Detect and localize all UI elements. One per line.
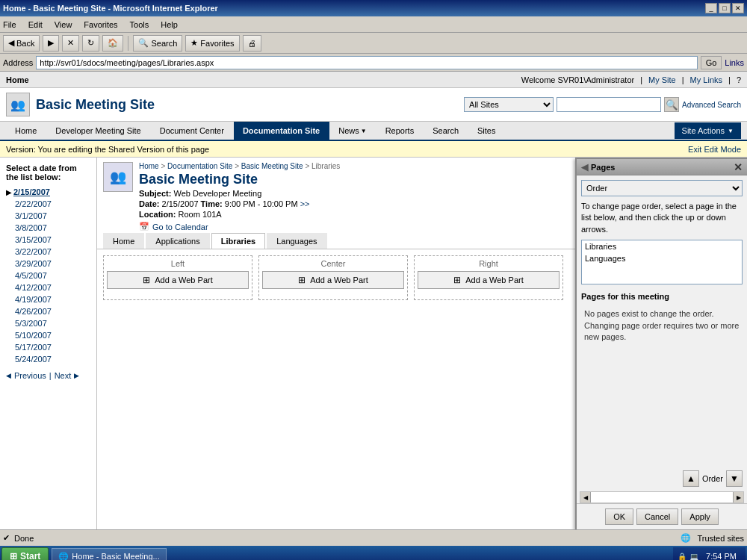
nav-item-developer[interactable]: Developer Meeting Site [46, 122, 150, 140]
add-webpart-center-button[interactable]: ⊞ Add a Web Part [262, 271, 404, 289]
webpart-zone-center: Center ⊞ Add a Web Part [258, 255, 408, 300]
ok-button[interactable]: OK [605, 508, 633, 525]
edit-mode-bar: Version: You are editing the Shared Vers… [0, 141, 747, 158]
home-button[interactable]: 🏠 [102, 35, 123, 52]
date-item-5[interactable]: 3/22/2007 [6, 246, 90, 258]
date-item-12[interactable]: 5/10/2007 [6, 329, 90, 341]
tools-menu[interactable]: Tools [130, 20, 149, 29]
minimize-button[interactable]: _ [705, 3, 717, 13]
pages-panel-title: Pages [591, 163, 615, 172]
date-item-13[interactable]: 5/17/2007 [6, 341, 90, 353]
date-item-1[interactable]: 2/22/2007 [6, 198, 90, 210]
search-scope-dropdown[interactable]: All Sites [464, 97, 554, 112]
nav-item-news[interactable]: News ▼ [329, 122, 376, 140]
titlebar-buttons[interactable]: _ □ ✕ [705, 3, 744, 13]
subject-value: Web Developer Meeting [173, 189, 261, 198]
back-button[interactable]: ◀ Back [3, 35, 40, 52]
nav-item-reports[interactable]: Reports [376, 122, 424, 140]
stop-button[interactable]: ✕ [62, 35, 79, 52]
pages-list-item-languages[interactable]: Languages [582, 252, 742, 264]
print-button[interactable]: 🖨 [243, 35, 261, 52]
date-item-10[interactable]: 4/26/2007 [6, 305, 90, 317]
tab-libraries[interactable]: Libraries [211, 233, 265, 249]
taskbar: ⊞ Start 🌐 Home - Basic Meeting... 🔒 💻 7:… [0, 546, 747, 560]
browser-toolbar: ◀ Back ▶ ✕ ↻ 🏠 🔍 Search ★ Favorites 🖨 [0, 33, 747, 54]
panel-resize-icon[interactable]: ◀ [581, 162, 588, 172]
help-icon[interactable]: ? [737, 75, 741, 84]
toolbar-separator [128, 36, 128, 51]
active-date-item[interactable]: ▶ 2/15/2007 [6, 186, 90, 198]
date-item-6[interactable]: 3/29/2007 [6, 258, 90, 270]
edit-menu[interactable]: Edit [28, 20, 43, 29]
refresh-button[interactable]: ↻ [82, 35, 99, 52]
sp-header: 👥 Basic Meeting Site All Sites 🔍 Advance… [0, 88, 747, 122]
add-webpart-right-button[interactable]: ⊞ Add a Web Part [418, 271, 560, 289]
nav-item-sites[interactable]: Sites [468, 122, 505, 140]
date-item-4[interactable]: 3/15/2007 [6, 234, 90, 246]
taskbar-item-ie[interactable]: 🌐 Home - Basic Meeting... [52, 548, 166, 560]
tab-applications[interactable]: Applications [146, 233, 209, 249]
advanced-search-link[interactable]: Advanced Search [682, 101, 741, 109]
nav-item-documentation-site[interactable]: Documentation Site [234, 122, 329, 140]
clock: 7:54 PM [701, 552, 741, 560]
next-button[interactable]: Next [55, 371, 72, 380]
view-menu[interactable]: View [55, 20, 72, 29]
search-toolbar-button[interactable]: 🔍 Search [133, 35, 182, 52]
tray-icon2: 💻 [689, 553, 698, 561]
close-button[interactable]: ✕ [732, 3, 744, 13]
add-webpart-left-button[interactable]: ⊞ Add a Web Part [107, 271, 249, 289]
active-date-text[interactable]: 2/15/2007 [13, 187, 50, 196]
breadcrumb-documentation-site[interactable]: Documentation Site [167, 162, 232, 170]
nav-item-home[interactable]: Home [6, 122, 46, 140]
my-site-link[interactable]: My Site [648, 75, 676, 84]
start-button[interactable]: ⊞ Start [1, 547, 49, 560]
go-button[interactable]: Go [701, 56, 722, 69]
order-down-button[interactable]: ▼ [726, 470, 743, 487]
active-date-arrow-icon: ▶ [6, 188, 12, 196]
help-menu[interactable]: Help [161, 20, 178, 29]
trusted-sites-label: Trusted sites [697, 534, 744, 543]
cancel-button[interactable]: Cancel [636, 508, 678, 525]
pages-panel-close-button[interactable]: ✕ [734, 161, 743, 173]
date-item-8[interactable]: 4/12/2007 [6, 281, 90, 293]
file-menu[interactable]: File [3, 20, 16, 29]
links-button[interactable]: Links [725, 58, 744, 67]
favorites-menu[interactable]: Favorites [84, 20, 117, 29]
pages-list-box[interactable]: Libraries Languages [581, 240, 743, 284]
favorites-toolbar-button[interactable]: ★ Favorites [185, 35, 239, 52]
breadcrumb-icon: 👥 [103, 162, 133, 192]
left-arrow-icon: ◀ [6, 372, 11, 379]
site-actions-button[interactable]: Site Actions ▼ [675, 122, 741, 139]
scrollbar-right-btn[interactable]: ▶ [733, 492, 743, 503]
scrollbar-left-btn[interactable]: ◀ [580, 492, 591, 503]
tab-languages[interactable]: Languages [267, 233, 326, 249]
sp-topbar: Home Welcome SVR01\Administrator | My Si… [0, 72, 747, 88]
news-dropdown[interactable]: News ▼ [338, 126, 366, 135]
date-list: ▶ 2/15/2007 2/22/2007 3/1/2007 3/8/2007 … [6, 186, 90, 365]
date-item-14[interactable]: 5/24/2007 [6, 353, 90, 365]
pages-order-dropdown[interactable]: Order [581, 180, 743, 196]
date-item-2[interactable]: 3/1/2007 [6, 210, 90, 222]
apply-button[interactable]: Apply [681, 508, 719, 525]
maximize-button[interactable]: □ [719, 3, 731, 13]
exit-edit-mode-button[interactable]: Exit Edit Mode [688, 145, 741, 154]
search-input[interactable] [557, 97, 661, 112]
pages-list-item-libraries[interactable]: Libraries [582, 240, 742, 252]
date-item-7[interactable]: 4/5/2007 [6, 270, 90, 281]
pages-scrollbar[interactable]: ◀ ▶ [580, 491, 744, 503]
forward-button[interactable]: ▶ [43, 35, 59, 52]
address-input[interactable] [36, 56, 697, 69]
breadcrumb-basic-meeting-site[interactable]: Basic Meeting Site [241, 162, 303, 170]
previous-button[interactable]: Previous [14, 371, 46, 380]
order-up-button[interactable]: ▲ [683, 470, 699, 487]
nav-item-document-center[interactable]: Document Center [151, 122, 234, 140]
webpart-zone-right: Right ⊞ Add a Web Part [414, 255, 563, 300]
date-item-3[interactable]: 3/8/2007 [6, 222, 90, 234]
nav-item-search[interactable]: Search [424, 122, 468, 140]
my-links-link[interactable]: My Links [690, 75, 722, 84]
date-item-11[interactable]: 5/3/2007 [6, 317, 90, 329]
date-item-9[interactable]: 4/19/2007 [6, 293, 90, 305]
search-button[interactable]: 🔍 [664, 97, 679, 112]
tab-home[interactable]: Home [103, 233, 144, 249]
breadcrumb-home[interactable]: Home [139, 162, 159, 170]
